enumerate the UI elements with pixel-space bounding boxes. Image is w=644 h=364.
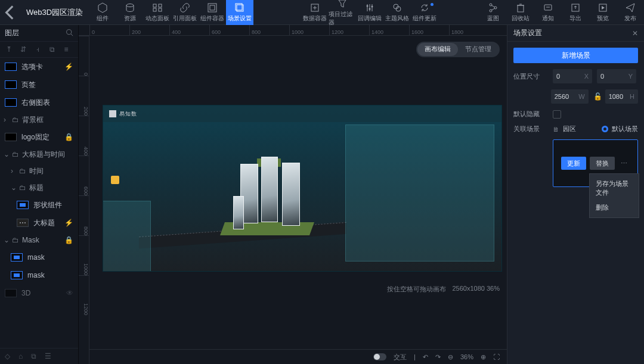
align-top-icon[interactable]: ⤒ bbox=[5, 45, 13, 54]
layer-group[interactable]: ⌄🗀Mask🔒 bbox=[0, 232, 78, 248]
layer-item[interactable]: ⋯大标题⚡ bbox=[0, 214, 78, 232]
tool-publish[interactable]: 发布 bbox=[617, 0, 644, 25]
hide-checkbox[interactable] bbox=[553, 110, 561, 119]
y-input[interactable]: 0Y bbox=[597, 69, 636, 83]
inspector-panel: 场景设置 ✕ 新增场景 位置尺寸 0X 0Y 2560W 🔓 1080H 默认隐… bbox=[507, 25, 644, 364]
footer-tool-icon[interactable]: ◇ bbox=[5, 352, 10, 360]
mode-nodes[interactable]: 节点管理 bbox=[458, 43, 499, 56]
layer-tree: 选项卡⚡ 页签 右侧图表 ›🗀背景框 logo固定🔒 ⌄🗀大标题与时间 ›🗀时间… bbox=[0, 58, 78, 348]
bottom-statusbar: 交互 | ↶ ↷ ⊖ 36% ⊕ ⛶ bbox=[89, 349, 507, 364]
folder-icon: 🗀 bbox=[12, 236, 19, 244]
layer-group[interactable]: ›🗀背景框 bbox=[0, 111, 78, 128]
svg-rect-4 bbox=[159, 8, 162, 11]
align-dist-icon[interactable]: ⫞ bbox=[33, 45, 42, 54]
canvas-hint: 按住空格可拖动画布 2560x1080 36% bbox=[387, 285, 500, 294]
height-input[interactable]: 1080H bbox=[605, 89, 638, 104]
mode-edit[interactable]: 画布编辑 bbox=[417, 43, 458, 56]
toolbar-mid: 数据容器 项目过滤器 回调编辑 主题风格 组件更新 bbox=[301, 0, 438, 25]
footer-tool-icon[interactable]: ⌂ bbox=[18, 352, 23, 360]
zoom-out-icon[interactable]: ⊖ bbox=[448, 353, 453, 361]
tool-preview[interactable]: 预览 bbox=[589, 0, 617, 25]
footer-tool-icon[interactable]: ☰ bbox=[45, 352, 51, 360]
mode-switcher: 画布编辑 节点管理 bbox=[416, 42, 500, 57]
search-icon[interactable] bbox=[66, 29, 73, 38]
tool-comp-update[interactable]: 组件更新 bbox=[411, 0, 438, 25]
tool-dynamic-panel[interactable]: 动态面板 bbox=[144, 0, 171, 25]
redo-icon[interactable]: ↷ bbox=[435, 353, 441, 361]
add-scene-button[interactable]: 新增场景 bbox=[513, 48, 638, 63]
canvas-stage[interactable]: 画布编辑 节点管理 易知数 bbox=[89, 36, 507, 364]
bolt-icon: ⚡ bbox=[64, 63, 73, 71]
tool-data-container[interactable]: 数据容器 bbox=[301, 0, 329, 25]
dd-delete[interactable]: 删除 bbox=[590, 200, 639, 215]
svg-rect-6 bbox=[210, 5, 215, 10]
right-overlay-panel[interactable] bbox=[345, 125, 494, 262]
file-icon: 🗎 bbox=[553, 126, 559, 133]
dd-save-as[interactable]: 另存为场景文件 bbox=[590, 176, 639, 200]
align-mid-icon[interactable]: ⇵ bbox=[19, 45, 27, 54]
undo-icon[interactable]: ↶ bbox=[423, 353, 428, 361]
width-input[interactable]: 2560W bbox=[551, 89, 589, 104]
footer-tool-icon[interactable]: ⧉ bbox=[31, 352, 36, 360]
tool-notify[interactable]: 通知 bbox=[534, 0, 562, 25]
layer-item[interactable]: 选项卡⚡ bbox=[0, 58, 78, 76]
tool-callback[interactable]: 回调编辑 bbox=[356, 0, 383, 25]
tool-component[interactable]: 组件 bbox=[89, 0, 116, 25]
project-title: Web3D园区渲染 bbox=[20, 0, 89, 25]
eye-off-icon[interactable]: 👁 bbox=[66, 289, 73, 297]
ruler-vertical: 020040060080010001200 bbox=[79, 36, 89, 364]
layer-item[interactable]: mask bbox=[0, 248, 78, 266]
replace-button[interactable]: 替换 bbox=[590, 157, 615, 170]
tool-scene-config[interactable]: 场景设置 bbox=[226, 0, 253, 25]
hide-label: 默认隐藏 bbox=[513, 110, 548, 119]
bolt-icon: ⚡ bbox=[64, 219, 73, 227]
layer-item[interactable]: logo固定🔒 bbox=[0, 128, 78, 146]
lock-icon: 🔒 bbox=[64, 236, 73, 244]
toolbar-right: 蓝图 回收站 通知 导出 预览 发布 bbox=[479, 0, 644, 25]
scene-viewport[interactable]: 易知数 bbox=[103, 105, 502, 272]
aspect-lock-icon[interactable]: 🔓 bbox=[593, 92, 600, 101]
layer-item[interactable]: 右侧图表 bbox=[0, 94, 78, 111]
layer-item[interactable]: 3D👁 bbox=[0, 284, 78, 302]
brand-logo bbox=[109, 110, 116, 117]
layer-item[interactable]: 形状组件 bbox=[0, 196, 78, 214]
scene-thumbnail-card: 更新 替换 ⋯ 另存为场景文件 删除 bbox=[553, 139, 638, 187]
zoom-in-icon[interactable]: ⊕ bbox=[481, 353, 486, 361]
layer-item[interactable]: mask bbox=[0, 266, 78, 284]
close-icon[interactable]: ✕ bbox=[632, 29, 638, 38]
fit-icon[interactable]: ⛶ bbox=[493, 353, 500, 360]
svg-rect-2 bbox=[159, 4, 162, 7]
x-input[interactable]: 0X bbox=[553, 69, 592, 83]
svg-point-12 bbox=[371, 6, 373, 8]
svg-point-10 bbox=[367, 5, 369, 7]
svg-point-11 bbox=[369, 8, 371, 10]
tool-blueprint[interactable]: 蓝图 bbox=[479, 0, 507, 25]
update-button[interactable]: 更新 bbox=[561, 157, 586, 170]
left-overlay-panel[interactable] bbox=[103, 201, 151, 271]
svg-rect-1 bbox=[153, 4, 156, 7]
layer-group[interactable]: ⌄🗀标题 bbox=[0, 179, 78, 196]
layer-item[interactable]: 页签 bbox=[0, 76, 78, 94]
folder-icon: 🗀 bbox=[12, 116, 19, 124]
interact-toggle[interactable] bbox=[373, 353, 386, 360]
align-list-icon[interactable]: ≡ bbox=[62, 45, 70, 54]
folder-icon: 🗀 bbox=[19, 167, 26, 175]
default-scene-radio[interactable] bbox=[602, 126, 608, 132]
tool-recycle[interactable]: 回收站 bbox=[507, 0, 534, 25]
layer-group[interactable]: ›🗀时间 bbox=[0, 163, 78, 179]
tool-container[interactable]: 组件容器 bbox=[199, 0, 226, 25]
link-scene-label: 关联场景 bbox=[513, 125, 548, 133]
align-group-icon[interactable]: ⧉ bbox=[48, 45, 56, 54]
tool-filter[interactable]: 项目过滤器 bbox=[329, 0, 356, 25]
tool-resource[interactable]: 资源 bbox=[116, 0, 144, 25]
layer-group[interactable]: ⌄🗀大标题与时间 bbox=[0, 146, 78, 163]
tool-export[interactable]: 导出 bbox=[562, 0, 589, 25]
svg-rect-3 bbox=[153, 8, 156, 11]
back-button[interactable] bbox=[0, 0, 20, 25]
tool-ref-panel[interactable]: 引用面板 bbox=[171, 0, 199, 25]
more-button[interactable]: ⋯ bbox=[618, 157, 630, 170]
tool-theme[interactable]: 主题风格 bbox=[383, 0, 411, 25]
position-label: 位置尺寸 bbox=[513, 72, 548, 81]
svg-point-22 bbox=[67, 29, 72, 34]
layer-panel-title: 图层 bbox=[5, 28, 19, 38]
